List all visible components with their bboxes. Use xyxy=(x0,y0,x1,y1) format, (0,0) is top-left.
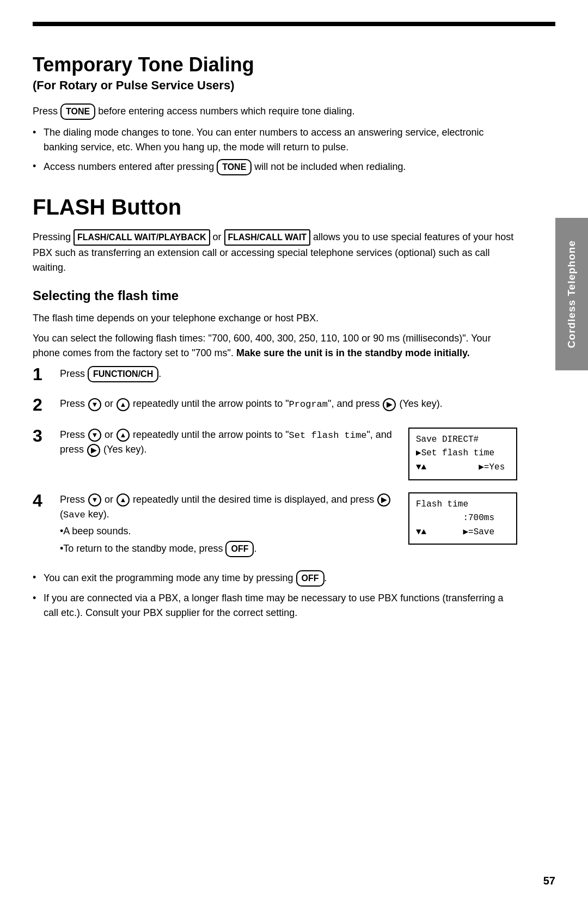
section1-bullet1: The dialing mode changes to tone. You ca… xyxy=(33,125,517,155)
step3-number: 3 xyxy=(33,425,60,446)
step3-text: Press ▼ or ▲ repeatedly until the arrow … xyxy=(60,428,397,457)
step3-display: Save DIRECT# ▶Set flash time ▼▲ ▶=Yes xyxy=(408,428,517,480)
nav-right-btn4: ▶ xyxy=(377,493,390,507)
flash-key2: FLASH/CALL WAIT xyxy=(224,229,311,246)
step4-text: Press ▼ or ▲ repeatedly until the desire… xyxy=(60,492,397,558)
flash-key1: FLASH/CALL WAIT/PLAYBACK xyxy=(74,229,210,246)
step4-bullet2: •To return to the standby mode, press OF… xyxy=(60,541,397,557)
step3-row: 3 Press ▼ or ▲ repeatedly until the arro… xyxy=(33,428,517,480)
main-content: Temporary Tone Dialing (For Rotary or Pu… xyxy=(0,26,588,657)
top-border xyxy=(33,22,555,26)
section1-subtitle: (For Rotary or Pulse Service Users) xyxy=(33,78,517,93)
page-number: 57 xyxy=(543,875,555,887)
nav-down-btn4: ▼ xyxy=(88,493,101,507)
step4-number: 4 xyxy=(33,490,60,511)
step1-number: 1 xyxy=(33,364,60,385)
page-container: Temporary Tone Dialing (For Rotary or Pu… xyxy=(0,0,588,909)
section2-title: FLASH Button xyxy=(33,195,517,219)
step2-row: 2 Press ▼ or ▲ repeatedly until the arro… xyxy=(33,396,517,415)
section2-intro: Pressing FLASH/CALL WAIT/PLAYBACK or FLA… xyxy=(33,229,517,275)
step3-content: Press ▼ or ▲ repeatedly until the arrow … xyxy=(60,428,517,480)
step4-bullet1: •A beep sounds. xyxy=(60,524,397,539)
section1-bullet2: Access numbers entered after pressing TO… xyxy=(33,159,517,175)
off-key-note1: OFF xyxy=(296,570,324,587)
nav-up-btn2: ▲ xyxy=(117,398,130,411)
nav-down-btn2: ▼ xyxy=(88,398,101,411)
section1-intro: Press TONE before entering access number… xyxy=(33,103,517,120)
nav-down-btn3: ▼ xyxy=(88,429,101,442)
tone-key: TONE xyxy=(60,103,95,120)
nav-right-btn2: ▶ xyxy=(383,398,396,411)
step2-number: 2 xyxy=(33,394,60,415)
side-tab: Cordless Telephone xyxy=(555,218,588,370)
step4-row: 4 Press ▼ or ▲ repeatedly until the desi… xyxy=(33,492,517,558)
step4-content: Press ▼ or ▲ repeatedly until the desire… xyxy=(60,492,517,558)
flash-desc2: You can select the following flash times… xyxy=(33,331,517,361)
bottom-note2: If you are connected via a PBX, a longer… xyxy=(33,591,517,620)
nav-up-btn4: ▲ xyxy=(117,493,130,507)
section1-title: Temporary Tone Dialing xyxy=(33,53,517,76)
flash-desc1: The flash time depends on your telephone… xyxy=(33,311,517,326)
step4-display: Flash time :700ms ▼▲ ▶=Save xyxy=(408,492,517,545)
off-key-step4: OFF xyxy=(225,541,254,557)
steps-container: 1 Press FUNCTION/CH. 2 Press ▼ or ▲ repe… xyxy=(33,366,517,557)
step1-row: 1 Press FUNCTION/CH. xyxy=(33,366,517,385)
function-ch-key: FUNCTION/CH xyxy=(88,366,158,382)
subsection-title: Selecting the flash time xyxy=(33,288,517,303)
tone-key2: TONE xyxy=(217,159,252,175)
step1-content: Press FUNCTION/CH. xyxy=(60,366,517,382)
step2-content: Press ▼ or ▲ repeatedly until the arrow … xyxy=(60,396,517,412)
bottom-notes: You can exit the programming mode any ti… xyxy=(33,570,517,620)
bottom-note1: You can exit the programming mode any ti… xyxy=(33,570,517,587)
nav-up-btn3: ▲ xyxy=(117,429,130,442)
nav-right-btn3: ▶ xyxy=(87,444,100,457)
side-tab-text: Cordless Telephone xyxy=(566,240,578,348)
